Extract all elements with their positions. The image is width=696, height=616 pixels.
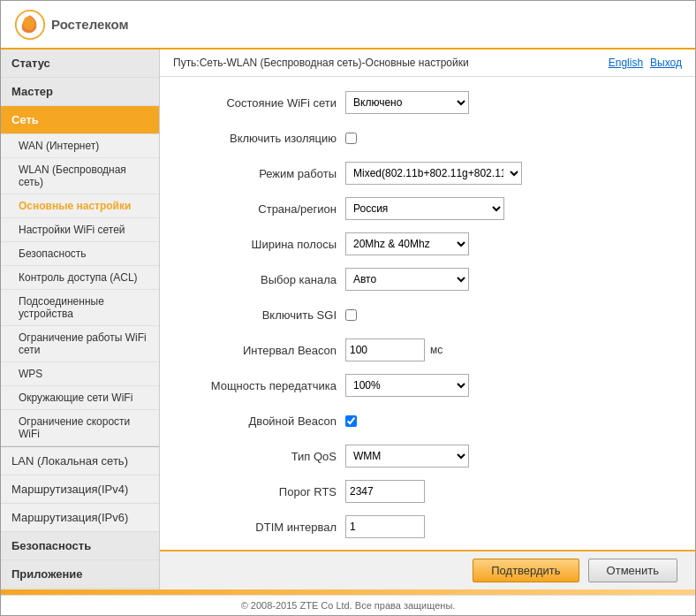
double-beacon-checkbox[interactable] <box>345 415 357 427</box>
double-beacon-label: Двойной Beacon <box>186 414 345 428</box>
tx-power-row: Мощность передатчика 100% 75% 50% 25% <box>186 373 669 398</box>
sidebar-item-security2[interactable]: Безопасность <box>1 532 159 560</box>
bandwidth-row: Ширина полосы 20Mhz & 40Mhz 20Mhz 40Mhz <box>186 232 669 256</box>
qos-label: Тип QoS <box>186 450 345 463</box>
sidebar-item-wifi-settings[interactable]: Настройки WiFi сетей <box>1 218 159 242</box>
content-panel: Путь:Сеть-WLAN (Беспроводная сеть)-Основ… <box>160 49 695 589</box>
tx-power-label: Мощность передатчика <box>186 379 345 392</box>
isolation-label: Включить изоляцию <box>186 132 345 145</box>
sidebar-item-speed-limit[interactable]: Ограничение скорости WiFi <box>1 410 159 446</box>
breadcrumb-bar: Путь:Сеть-WLAN (Беспроводная сеть)-Основ… <box>160 49 695 77</box>
sidebar-item-wan[interactable]: WAN (Интернет) <box>1 134 159 158</box>
cancel-button[interactable]: Отменить <box>588 559 677 582</box>
logo-area: Ростелеком <box>14 9 129 41</box>
sgi-label: Включить SGI <box>186 308 345 322</box>
sidebar-item-master[interactable]: Мастер <box>1 78 159 106</box>
sidebar-item-status[interactable]: Статус <box>1 49 159 78</box>
english-link[interactable]: English <box>609 57 643 69</box>
beacon-unit: мс <box>430 344 443 356</box>
rts-input[interactable] <box>345 480 425 503</box>
sidebar-item-acl[interactable]: Контроль доступа (ACL) <box>1 266 159 290</box>
logo-text: Ростелеком <box>51 17 129 32</box>
rts-label: Порог RTS <box>186 485 345 498</box>
sidebar-item-network[interactable]: Сеть <box>1 106 159 134</box>
bandwidth-label: Ширина полосы <box>186 238 345 251</box>
qos-select[interactable]: WMM Отключить <box>345 445 469 468</box>
sidebar-item-basic-settings[interactable]: Основные настройки <box>1 194 159 218</box>
country-label: Страна/регион <box>186 202 345 216</box>
qos-row: Тип QoS WMM Отключить <box>186 444 669 468</box>
form-area: Состояние WiFi сети Включено Выключено В… <box>160 77 695 550</box>
copyright-bar: © 2008-2015 ZTE Co Ltd. Все права защище… <box>1 595 695 615</box>
rostelecom-logo-icon <box>14 9 46 41</box>
beacon-interval-input[interactable] <box>345 338 425 361</box>
breadcrumb: Путь:Сеть-WLAN (Беспроводная сеть)-Основ… <box>173 57 469 69</box>
channel-row: Выбор канала Авто 1234 5678 91011 <box>186 267 669 292</box>
confirm-button[interactable]: Подтвердить <box>473 559 579 582</box>
dtim-row: DTIM интервал <box>186 514 669 539</box>
header: Ростелеком <box>1 1 695 49</box>
bandwidth-select[interactable]: 20Mhz & 40Mhz 20Mhz 40Mhz <box>345 232 469 255</box>
sidebar-item-routing4[interactable]: Маршрутизация(IPv4) <box>1 475 159 504</box>
sidebar-item-security[interactable]: Безопасность <box>1 242 159 266</box>
isolation-checkbox[interactable] <box>345 133 357 144</box>
sidebar-item-app[interactable]: Приложение <box>1 560 159 589</box>
wifi-status-label: Состояние WiFi сети <box>186 96 345 110</box>
work-mode-row: Режим работы Mixed(802.11b+802.11g+802.1… <box>186 161 669 186</box>
footer-actions: Подтвердить Отменить <box>160 550 695 589</box>
channel-label: Выбор канала <box>186 273 345 286</box>
sgi-row: Включить SGI <box>186 302 669 327</box>
beacon-interval-label: Интервал Beacon <box>186 344 345 357</box>
rts-row: Порог RTS <box>186 479 669 504</box>
isolation-row: Включить изоляцию <box>186 125 669 150</box>
work-mode-select[interactable]: Mixed(802.11b+802.11g+802.11n) 802.11b 8… <box>345 162 522 185</box>
sidebar-item-connected[interactable]: Подсоединенные устройства <box>1 290 159 326</box>
wifi-status-select[interactable]: Включено Выключено <box>345 91 469 114</box>
dtim-input[interactable] <box>345 515 425 538</box>
sidebar-item-routing6[interactable]: Маршрутизация(IPv6) <box>1 504 159 532</box>
sidebar-item-wifi-limit[interactable]: Ограничение работы WiFi сети <box>1 326 159 362</box>
double-beacon-row: Двойной Beacon <box>186 408 669 433</box>
channel-select[interactable]: Авто 1234 5678 91011 <box>345 268 469 291</box>
beacon-interval-row: Интервал Beacon мс <box>186 338 669 362</box>
sidebar-item-lan[interactable]: LAN (Локальная сеть) <box>1 446 159 475</box>
sgi-checkbox[interactable] <box>345 309 357 321</box>
sidebar-item-wps[interactable]: WPS <box>1 362 159 386</box>
main-area: Статус Мастер Сеть WAN (Интернет) WLAN (… <box>1 49 695 589</box>
wifi-status-row: Состояние WiFi сети Включено Выключено <box>186 90 669 115</box>
sidebar-item-surrounding[interactable]: Окружающие сети WiFi <box>1 386 159 410</box>
country-row: Страна/регион Россия USA EU <box>186 196 669 221</box>
tx-power-select[interactable]: 100% 75% 50% 25% <box>345 374 469 397</box>
breadcrumb-links: English Выход <box>609 57 682 69</box>
country-select[interactable]: Россия USA EU <box>345 197 504 220</box>
logout-link[interactable]: Выход <box>650 57 682 69</box>
dtim-label: DTIM интервал <box>186 521 345 534</box>
work-mode-label: Режим работы <box>186 167 345 180</box>
sidebar-item-wlan[interactable]: WLAN (Беспроводная сеть) <box>1 158 159 194</box>
sidebar: Статус Мастер Сеть WAN (Интернет) WLAN (… <box>1 49 160 589</box>
copyright-text: © 2008-2015 ZTE Co Ltd. Все права защище… <box>241 600 456 611</box>
